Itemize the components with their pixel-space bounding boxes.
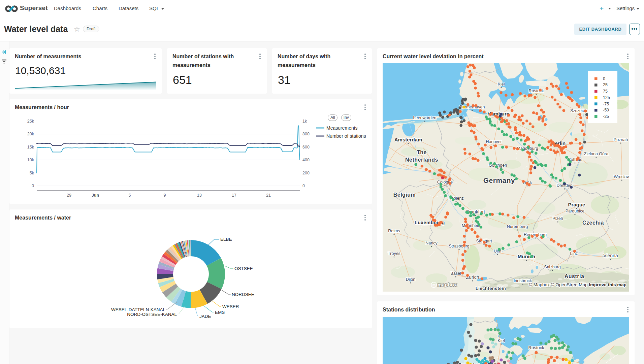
svg-text:Amsterdam: Amsterdam bbox=[394, 137, 422, 142]
svg-text:ELBE: ELBE bbox=[220, 237, 232, 242]
svg-text:15k: 15k bbox=[27, 145, 34, 150]
svg-text:NORD-OSTSEE-KANAL: NORD-OSTSEE-KANAL bbox=[127, 312, 177, 317]
svg-text:17: 17 bbox=[232, 193, 236, 198]
svg-text:800: 800 bbox=[302, 132, 310, 136]
svg-text:Reims: Reims bbox=[388, 229, 400, 233]
svg-text:Measurements: Measurements bbox=[326, 125, 358, 131]
svg-text:Zielona Góra: Zielona Góra bbox=[584, 152, 608, 156]
svg-text:Prague: Prague bbox=[568, 202, 585, 207]
svg-text:-75: -75 bbox=[603, 102, 609, 106]
svg-text:5: 5 bbox=[129, 193, 131, 198]
svg-text:0: 0 bbox=[32, 184, 34, 188]
svg-text:21: 21 bbox=[266, 193, 271, 198]
svg-text:mapbox: mapbox bbox=[438, 282, 457, 288]
svg-text:13: 13 bbox=[197, 193, 202, 198]
svg-text:WESEL-DATTELN-KANAL: WESEL-DATTELN-KANAL bbox=[111, 307, 166, 312]
svg-text:20k: 20k bbox=[27, 132, 34, 136]
svg-text:Netherlands: Netherlands bbox=[405, 157, 438, 163]
svg-text:25: 25 bbox=[603, 82, 608, 87]
svg-text:EMS: EMS bbox=[215, 310, 225, 315]
svg-text:WESER: WESER bbox=[222, 304, 239, 309]
svg-text:29: 29 bbox=[67, 193, 71, 198]
svg-text:Nancy: Nancy bbox=[425, 241, 438, 245]
svg-text:200: 200 bbox=[302, 171, 310, 175]
svg-text:Number of stations: Number of stations bbox=[326, 133, 366, 139]
svg-text:0: 0 bbox=[302, 184, 305, 188]
svg-text:Belgium: Belgium bbox=[393, 192, 416, 198]
svg-text:5k: 5k bbox=[30, 171, 34, 175]
svg-text:-50: -50 bbox=[603, 108, 609, 112]
svg-text:-25: -25 bbox=[603, 114, 609, 119]
svg-text:Kiel: Kiel bbox=[498, 82, 505, 87]
svg-text:Strasbourg: Strasbourg bbox=[449, 244, 469, 249]
svg-text:9: 9 bbox=[164, 193, 166, 198]
svg-text:Plzeň: Plzeň bbox=[552, 216, 563, 221]
svg-text:25k: 25k bbox=[27, 119, 34, 124]
svg-text:Czechia: Czechia bbox=[582, 220, 604, 226]
svg-text:OSTSEE: OSTSEE bbox=[234, 266, 253, 271]
svg-text:400: 400 bbox=[302, 158, 310, 162]
svg-text:Hanover: Hanover bbox=[486, 139, 502, 144]
svg-text:Poznań: Poznań bbox=[614, 137, 628, 142]
svg-text:Kiel: Kiel bbox=[497, 338, 505, 343]
svg-text:Troyes: Troyes bbox=[388, 251, 400, 256]
svg-text:Rostock: Rostock bbox=[528, 89, 544, 93]
svg-text:m: m bbox=[432, 283, 436, 287]
svg-text:Liechtenstein: Liechtenstein bbox=[476, 286, 506, 291]
svg-text:1k: 1k bbox=[302, 119, 307, 124]
svg-text:Rostock: Rostock bbox=[528, 345, 544, 350]
svg-text:Austria: Austria bbox=[565, 273, 584, 279]
svg-text:Germany: Germany bbox=[483, 176, 515, 184]
svg-text:Leeuwarden: Leeuwarden bbox=[413, 115, 437, 120]
svg-text:10k: 10k bbox=[27, 158, 34, 162]
svg-text:Jun: Jun bbox=[92, 193, 99, 198]
svg-text:NORDSEE: NORDSEE bbox=[232, 292, 254, 297]
svg-text:Vienna: Vienna bbox=[603, 253, 618, 258]
svg-text:© Mapbox © OpenStreetMap Impro: © Mapbox © OpenStreetMap Improve this ma… bbox=[529, 282, 626, 287]
svg-text:JADE: JADE bbox=[199, 314, 211, 319]
svg-text:Salzburg: Salzburg bbox=[544, 265, 560, 269]
svg-text:Nuremberg: Nuremberg bbox=[507, 224, 528, 229]
svg-text:125: 125 bbox=[603, 95, 610, 100]
svg-text:Basel: Basel bbox=[450, 271, 461, 276]
svg-text:The: The bbox=[417, 150, 427, 155]
svg-text:0: 0 bbox=[603, 76, 605, 81]
svg-text:75: 75 bbox=[603, 89, 608, 94]
svg-text:Pardubice: Pardubice bbox=[566, 209, 584, 213]
svg-text:Wrocław: Wrocław bbox=[614, 174, 629, 179]
svg-text:600: 600 bbox=[302, 145, 310, 150]
svg-text:Dijon: Dijon bbox=[406, 277, 416, 282]
